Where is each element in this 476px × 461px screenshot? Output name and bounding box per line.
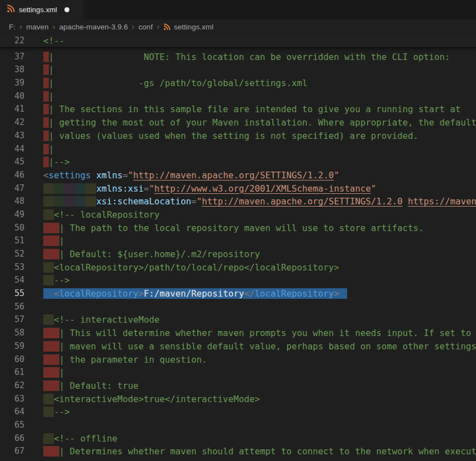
line-number[interactable]: 50: [0, 222, 24, 235]
line-number[interactable]: 60: [0, 353, 24, 367]
code-line[interactable]: 65: [0, 419, 476, 432]
line-number[interactable]: 51: [0, 234, 24, 248]
code-line[interactable]: 45 |-->: [0, 156, 476, 169]
code-token: [54, 196, 64, 207]
code-line[interactable]: 62 | Default: true: [0, 379, 476, 393]
code-line[interactable]: 57 <!-- interactiveMode: [0, 313, 476, 327]
code-line[interactable]: 56: [0, 300, 476, 314]
code-line[interactable]: 46<settings xmlns="http://maven.apache.o…: [0, 169, 476, 182]
code-line[interactable]: 54 -->: [0, 274, 476, 287]
line-number[interactable]: 48: [0, 195, 24, 208]
breadcrumb-item-apache-maven[interactable]: apache-maven-3.9.6: [59, 23, 128, 31]
code-token: [43, 380, 59, 391]
code-token: xmlns: [96, 170, 123, 181]
line-number[interactable]: 64: [0, 405, 24, 419]
code-line[interactable]: 61 |: [0, 366, 476, 379]
code-token: [43, 157, 49, 167]
code-token: [75, 196, 86, 207]
line-number[interactable]: 57: [0, 313, 24, 327]
code-line[interactable]: 40 |: [0, 90, 476, 103]
line-number[interactable]: 65: [0, 419, 24, 432]
xml-file-icon: [163, 23, 171, 32]
chevron-right-icon: ›: [132, 22, 134, 31]
code-line[interactable]: 50 | The path to the local repository ma…: [0, 222, 476, 235]
code-line[interactable]: 66 <!-- offline: [0, 432, 476, 445]
line-number[interactable]: 45: [0, 156, 24, 169]
line-number[interactable]: 66: [0, 432, 24, 445]
code-line[interactable]: 53 <localRepository>/path/to/local/repo<…: [0, 261, 476, 274]
line-number[interactable]: 42: [0, 116, 24, 129]
code-line[interactable]: 37 | NOTE: This location can be overridd…: [0, 51, 476, 64]
code-line[interactable]: 64 -->: [0, 405, 476, 419]
line-number[interactable]: 54: [0, 274, 24, 287]
line-number[interactable]: 47: [0, 182, 24, 196]
line-number[interactable]: 59: [0, 340, 24, 353]
code-text: |: [43, 366, 64, 379]
line-number[interactable]: 37: [0, 51, 24, 64]
code-text: <!-- localRepository: [43, 208, 159, 222]
code-line[interactable]: 48 xsi:schemaLocation="http://maven.apac…: [0, 195, 476, 208]
line-number[interactable]: 55: [0, 287, 24, 300]
chevron-right-icon: ›: [157, 22, 159, 31]
line-number[interactable]: 44: [0, 143, 24, 156]
modified-indicator-dot[interactable]: [64, 7, 69, 12]
code-text: | This will determine whether maven prom…: [43, 327, 476, 340]
code-line[interactable]: 60 | the parameter in question.: [0, 353, 476, 367]
line-number[interactable]: 43: [0, 129, 24, 143]
code-line[interactable]: 44 |: [0, 143, 476, 156]
code-line[interactable]: 49 <!-- localRepository: [0, 208, 476, 222]
code-token: | Determines whether maven should attemp…: [59, 446, 476, 457]
code-editor[interactable]: 22 <!-- 37 | NOTE: This location can be …: [0, 34, 476, 461]
line-number[interactable]: 61: [0, 366, 24, 379]
line-number[interactable]: 63: [0, 393, 24, 406]
code-line[interactable]: 63 <interactiveMode>true</interactiveMod…: [0, 393, 476, 406]
code-token: -->: [54, 275, 70, 285]
code-line[interactable]: 38 |: [0, 63, 476, 77]
line-number[interactable]: 46: [0, 169, 24, 182]
code-line[interactable]: 55 <localRepository>F:/maven/Repository<…: [0, 287, 476, 300]
code-token: https://maven.apache.org/xsd/settings-1.…: [408, 196, 476, 207]
line-number[interactable]: 22: [0, 34, 24, 47]
breadcrumb-item-file[interactable]: settings.xml: [174, 23, 213, 31]
code-token: settings: [49, 170, 91, 181]
line-number[interactable]: 41: [0, 103, 24, 116]
code-text: <!-- offline: [43, 432, 117, 445]
line-number[interactable]: 39: [0, 77, 24, 90]
code-line[interactable]: 41 | The sections in this sample file ar…: [0, 103, 476, 116]
line-number[interactable]: 49: [0, 208, 24, 222]
line-number[interactable]: 40: [0, 90, 24, 103]
breadcrumb-item-drive[interactable]: F:: [9, 23, 16, 31]
line-number[interactable]: 58: [0, 327, 24, 340]
code-token: xsi:schemaLocation: [96, 196, 191, 207]
code-line[interactable]: 42 | getting the most out of your Maven …: [0, 116, 476, 129]
sticky-scroll-line[interactable]: 22 <!--: [0, 34, 476, 48]
line-number[interactable]: 56: [0, 300, 24, 314]
code-line[interactable]: 58 | This will determine whether maven p…: [0, 327, 476, 340]
line-number[interactable]: 67: [0, 445, 24, 458]
code-text: | -gs /path/to/global/settings.xml: [43, 77, 308, 90]
line-number[interactable]: 38: [0, 63, 24, 77]
code-token: | NOTE: This location can be overridden …: [49, 52, 450, 62]
code-token: -->: [54, 407, 70, 417]
breadcrumb-item-maven[interactable]: maven: [26, 23, 49, 31]
tab-settings-xml[interactable]: settings.xml: [0, 0, 83, 19]
line-number[interactable]: 53: [0, 261, 24, 274]
code-token: <interactiveMode>true</interactiveMode>: [54, 394, 260, 404]
code-line[interactable]: 52 | Default: ${user.home}/.m2/repositor…: [0, 248, 476, 261]
code-token: [43, 446, 59, 457]
code-line[interactable]: 39 | -gs /path/to/global/settings.xml: [0, 77, 476, 90]
line-number[interactable]: 52: [0, 248, 24, 261]
code-token: [43, 144, 49, 154]
code-token: localRepository: [59, 288, 139, 299]
code-line[interactable]: 47 xmlns:xsi="http://www.w3.org/2001/XML…: [0, 182, 476, 196]
code-line[interactable]: 59 | maven will use a sensible default v…: [0, 340, 476, 353]
breadcrumb-item-conf[interactable]: conf: [138, 23, 153, 31]
line-number[interactable]: 62: [0, 379, 24, 393]
code-token: |: [59, 367, 65, 378]
code-token: [43, 275, 54, 285]
code-token: <!--: [43, 36, 64, 46]
code-token: [64, 196, 75, 207]
code-line[interactable]: 51 |: [0, 234, 476, 248]
code-line[interactable]: 67 | Determines whether maven should att…: [0, 445, 476, 458]
code-line[interactable]: 43 | values (values used when the settin…: [0, 129, 476, 143]
